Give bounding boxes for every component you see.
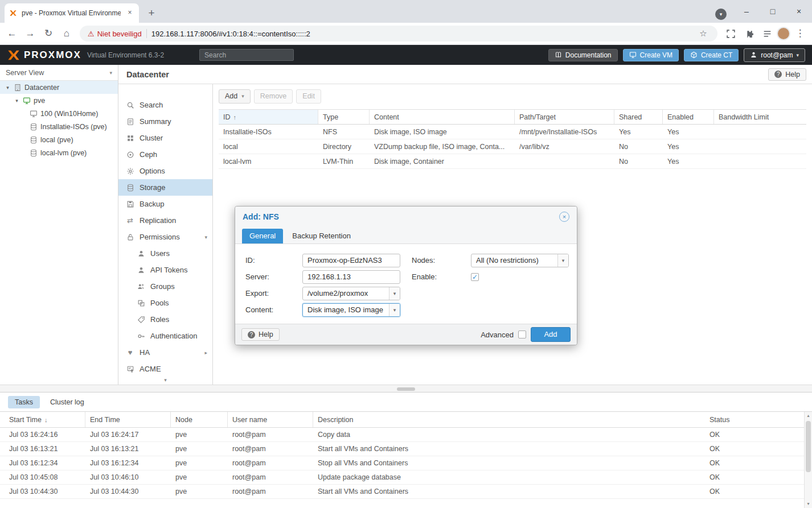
- security-warning[interactable]: ⚠ Niet beveiligd: [88, 30, 142, 38]
- user-menu-button[interactable]: root@pam ▾: [744, 48, 805, 62]
- scrollbar-thumb[interactable]: [806, 421, 811, 472]
- server-field[interactable]: [302, 270, 400, 284]
- create-vm-button[interactable]: Create VM: [623, 49, 679, 61]
- nav-item-cluster[interactable]: Cluster: [118, 130, 212, 146]
- add-submit-button[interactable]: Add: [531, 327, 571, 342]
- column-header-id[interactable]: ID ↑: [219, 110, 318, 124]
- table-row[interactable]: Installatie-ISOs NFS Disk image, ISO ima…: [219, 125, 806, 139]
- task-row[interactable]: Jul 03 16:24:16 Jul 03 16:24:17 pve root…: [0, 428, 812, 442]
- nav-item-summary[interactable]: Summary: [118, 113, 212, 130]
- extensions-puzzle-icon[interactable]: [740, 25, 757, 42]
- nav-item-permissions[interactable]: Permissions ▾: [118, 229, 212, 245]
- content-combo[interactable]: ▾: [302, 303, 400, 317]
- column-header-start-time[interactable]: Start Time ↓: [0, 412, 85, 427]
- dialog-header[interactable]: Add: NFS ×: [235, 206, 577, 227]
- remove-button[interactable]: Remove: [254, 89, 293, 104]
- browser-tab[interactable]: pve - Proxmox Virtual Environme ×: [5, 3, 139, 23]
- column-header-path[interactable]: Path/Target: [515, 110, 614, 124]
- nav-item-users[interactable]: Users: [118, 245, 212, 262]
- id-field[interactable]: [302, 254, 400, 267]
- task-row[interactable]: Jul 03 10:44:30 Jul 03 10:44:30 pve root…: [0, 485, 812, 499]
- column-header-bandwidth[interactable]: Bandwidth Limit: [714, 110, 806, 124]
- tab-cluster-log[interactable]: Cluster log: [43, 396, 91, 408]
- maximize-button[interactable]: □: [760, 0, 786, 23]
- forward-icon[interactable]: →: [22, 25, 39, 42]
- browser-badge-icon[interactable]: ▾: [715, 9, 727, 20]
- task-row[interactable]: Jul 03 10:45:08 Jul 03 10:46:10 pve root…: [0, 470, 812, 485]
- tree-item-vm-100[interactable]: 100 (Win10Home): [0, 107, 118, 120]
- browser-menu-icon[interactable]: ⋮: [792, 25, 809, 42]
- scroll-up-icon[interactable]: ▴: [805, 412, 812, 420]
- profile-avatar[interactable]: [777, 27, 790, 40]
- close-button[interactable]: ×: [786, 0, 812, 23]
- reload-icon[interactable]: ↻: [40, 25, 57, 42]
- edit-button[interactable]: Edit: [296, 89, 321, 104]
- fullscreen-extension-icon[interactable]: [722, 25, 739, 42]
- expander-icon[interactable]: ▾: [5, 85, 11, 90]
- task-row[interactable]: Jul 03 16:13:21 Jul 03 16:13:21 pve root…: [0, 442, 812, 456]
- column-header-description[interactable]: Description: [313, 412, 705, 427]
- enable-checkbox[interactable]: ✓: [471, 273, 479, 281]
- nav-item-roles[interactable]: Roles: [118, 311, 212, 328]
- splitter-grip[interactable]: [397, 387, 415, 391]
- tab-general[interactable]: General: [242, 229, 283, 243]
- nav-item-search[interactable]: Search: [118, 97, 212, 113]
- chevron-down-icon[interactable]: ▾: [557, 254, 568, 267]
- tree-item-node-pve[interactable]: ▾ pve: [0, 94, 118, 107]
- column-header-user-name[interactable]: User name: [228, 412, 313, 427]
- help-button[interactable]: ? Help: [768, 68, 806, 81]
- column-header-enabled[interactable]: Enabled: [663, 110, 714, 124]
- horizontal-splitter[interactable]: [0, 385, 812, 393]
- column-header-type[interactable]: Type: [318, 110, 370, 124]
- nav-item-pools[interactable]: Pools: [118, 295, 212, 311]
- list-extension-icon[interactable]: [758, 25, 776, 42]
- home-icon[interactable]: ⌂: [58, 25, 75, 42]
- nav-item-authentication[interactable]: Authentication: [118, 328, 212, 344]
- nav-item-api-tokens[interactable]: API Tokens: [118, 262, 212, 278]
- column-header-node[interactable]: Node: [171, 412, 228, 427]
- chevron-down-icon[interactable]: ▾: [389, 304, 400, 316]
- tab-close-icon[interactable]: ×: [125, 9, 134, 18]
- url-text[interactable]: 192.168.1.117:8006/#v1:0:18:4::=contentI…: [151, 30, 692, 38]
- view-selector[interactable]: Server View ▾: [0, 65, 118, 81]
- create-ct-button[interactable]: Create CT: [684, 49, 739, 61]
- column-header-shared[interactable]: Shared: [614, 110, 663, 124]
- nav-item-ceph[interactable]: Ceph: [118, 146, 212, 163]
- export-combo[interactable]: ▾: [302, 287, 400, 300]
- tree-item-storage-local-lvm[interactable]: local-lvm (pve): [0, 146, 118, 159]
- tree-item-datacenter[interactable]: ▾ Datacenter: [0, 81, 118, 94]
- expander-icon[interactable]: ▾: [14, 98, 20, 104]
- nav-item-replication[interactable]: ⇄ Replication: [118, 212, 212, 229]
- new-tab-button[interactable]: +: [143, 6, 159, 22]
- column-header-end-time[interactable]: End Time: [85, 412, 171, 427]
- table-row[interactable]: local-lvm LVM-Thin Disk image, Container…: [219, 154, 806, 169]
- tasks-scrollbar[interactable]: ▴ ▾: [804, 412, 812, 508]
- column-header-content[interactable]: Content: [370, 110, 515, 124]
- dialog-help-button[interactable]: ? Help: [241, 328, 280, 341]
- advanced-checkbox[interactable]: [518, 331, 526, 338]
- nav-scroll-down-icon[interactable]: ▾: [118, 376, 212, 385]
- documentation-button[interactable]: Documentation: [548, 49, 618, 61]
- nav-item-acme[interactable]: ACME: [118, 361, 212, 377]
- column-header-status[interactable]: Status: [705, 412, 812, 427]
- tab-tasks[interactable]: Tasks: [8, 396, 40, 408]
- tree-item-storage-installatie-isos[interactable]: Installatie-ISOs (pve): [0, 120, 118, 133]
- nav-item-ha[interactable]: ♥ HA ▸: [118, 344, 212, 361]
- back-icon[interactable]: ←: [3, 25, 20, 42]
- nav-item-storage[interactable]: Storage: [118, 179, 212, 196]
- address-bar[interactable]: ⚠ Niet beveiligd 192.168.1.117:8006/#v1:…: [80, 26, 717, 42]
- nodes-combo[interactable]: ▾: [471, 254, 569, 267]
- minimize-button[interactable]: –: [733, 0, 760, 23]
- tree-item-storage-local[interactable]: local (pve): [0, 133, 118, 146]
- dialog-close-icon[interactable]: ×: [559, 212, 569, 222]
- task-row[interactable]: Jul 03 16:12:34 Jul 03 16:12:34 pve root…: [0, 456, 812, 470]
- nav-item-options[interactable]: Options: [118, 163, 212, 179]
- global-search-input[interactable]: [199, 49, 294, 61]
- chevron-down-icon[interactable]: ▾: [389, 287, 400, 300]
- bookmark-star-icon[interactable]: ☆: [697, 27, 710, 40]
- tab-backup-retention[interactable]: Backup Retention: [285, 229, 358, 243]
- nav-item-backup[interactable]: Backup: [118, 196, 212, 212]
- nav-item-groups[interactable]: Groups: [118, 278, 212, 295]
- table-row[interactable]: local Directory VZDump backup file, ISO …: [219, 139, 806, 154]
- scroll-down-icon[interactable]: ▾: [805, 500, 812, 508]
